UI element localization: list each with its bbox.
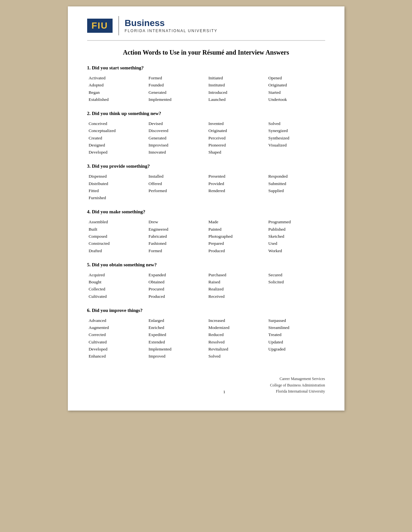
business-title: Business [125,18,218,28]
word-item: Fitted [89,187,145,194]
word-item: Corrected [89,331,145,338]
word-item: Enriched [149,324,205,331]
university-subtitle: FLORIDA INTERNATIONAL UNIVERSITY [125,29,218,33]
section-3-col-1: InstalledOfferedPerformed [149,173,205,201]
word-item: Responded [268,173,325,180]
word-item: Resolved [208,339,265,346]
section-1-grid: ActivatedAdoptedBeganEstablishedFormedFo… [89,75,325,103]
word-item: Procured [149,286,205,293]
word-item: Assembled [89,218,145,226]
section-4: 4. Did you make something?AssembledBuilt… [87,209,325,254]
word-item: Expanded [149,271,205,279]
page: FIU Business FLORIDA INTERNATIONAL UNIVE… [68,6,344,411]
section-1-col-2: InitiatedInstitutedIntroducedLaunched [208,75,265,103]
word-item: Improved [149,353,205,360]
section-4-col-2: MadePaintedPhotographedPreparedProduced [208,218,265,254]
section-5: 5. Did you obtain something new?Acquired… [87,262,325,300]
section-5-grid: AcquiredBoughtCollectedCultivatedExpande… [89,271,325,300]
word-item: Revitalized [208,346,265,353]
word-item: Fabricated [149,233,205,240]
word-item: Extended [149,339,205,346]
word-item: Programmed [268,218,325,226]
word-item: Innovated [149,149,205,156]
section-1-col-0: ActivatedAdoptedBeganEstablished [89,75,145,103]
section-1: 1. Did you start something?ActivatedAdop… [87,65,325,103]
page-number: 1 [179,389,270,395]
section-4-col-0: AssembledBuiltComposedConstructedDrafted [89,218,145,254]
word-item: Pioneered [208,142,265,149]
word-item: Visualized [268,142,325,149]
word-item: Presented [208,173,265,180]
section-6-col-0: AdvancedAugmentedCorrectedCultivatedDeve… [89,317,145,360]
word-item: Modernized [208,324,265,331]
word-item: Cultivated [89,339,145,346]
section-1-col-3: OpenedOriginatedStartedUndertook [268,75,325,103]
word-item: Streamlined [268,324,325,331]
section-2-grid: ConceivedConceptualizedCreatedDesignedDe… [89,120,325,156]
section-3-col-0: DispensedDistributedFittedFurnished [89,173,145,201]
word-item: Solved [268,120,325,127]
word-item: Supplied [268,187,325,194]
word-item: Prepared [208,240,265,247]
word-item: Made [208,218,265,226]
word-item: Collected [89,286,145,293]
word-item: Generated [149,89,205,96]
word-item: Undertook [268,96,325,103]
word-item: Produced [208,247,265,254]
word-item: Realized [208,286,265,293]
word-item: Conceptualized [89,127,145,134]
section-2-col-2: InventedOriginatedPerceivedPioneeredShap… [208,120,265,156]
header-divider [118,16,119,35]
word-item: Generated [149,135,205,142]
fiu-logo: FIU [87,19,113,33]
word-item: Furnished [89,194,145,201]
section-5-heading: 5. Did you obtain something new? [87,262,325,268]
word-item: Dispensed [89,173,145,180]
section-6-col-2: IncreasedModernizedReducedResolvedRevita… [208,317,265,360]
section-2-col-3: SolvedSynergizedSynthesizedVisualized [268,120,325,156]
section-5-col-3: SecuredSolicited [268,271,325,300]
word-item: Produced [149,293,205,300]
word-item: Performed [149,187,205,194]
word-item: Activated [89,75,145,82]
section-3-heading: 3. Did you provide something? [87,164,325,169]
word-item: Drafted [89,247,145,254]
header: FIU Business FLORIDA INTERNATIONAL UNIVE… [87,16,325,41]
word-item: Used [268,240,325,247]
word-item: Shaped [208,149,265,156]
section-2-col-1: DevisedDiscoveredGeneratedImprovisedInno… [149,120,205,156]
word-item: Engineered [149,226,205,233]
word-item: Distributed [89,180,145,187]
header-text: Business FLORIDA INTERNATIONAL UNIVERSIT… [125,18,218,33]
word-item: Established [89,96,145,103]
word-item: Solicited [268,279,325,286]
word-item: Increased [208,317,265,324]
word-item: Worked [268,247,325,254]
word-item: Surpassed [268,317,325,324]
word-item: Updated [268,339,325,346]
word-item: Advanced [89,317,145,324]
word-item: Synergized [268,127,325,134]
section-1-heading: 1. Did you start something? [87,65,325,71]
word-item: Adopted [89,82,145,89]
section-6-heading: 6. Did you improve things? [87,308,325,313]
word-item: Designed [89,142,145,149]
section-4-col-3: ProgrammedPublishedSketchedUsedWorked [268,218,325,254]
word-item: Started [268,89,325,96]
word-item: Upgraded [268,346,325,353]
main-title: Action Words to Use in your Résumé and I… [87,49,325,56]
section-4-heading: 4. Did you make something? [87,209,325,215]
word-item: Discovered [149,127,205,134]
word-item: Formed [149,247,205,254]
section-3: 3. Did you provide something?DispensedDi… [87,164,325,201]
word-item: Cultivated [89,293,145,300]
section-4-col-1: DrewEngineeredFabricatedFashionedFormed [149,218,205,254]
word-item: Instituted [208,82,265,89]
word-item: Implemented [149,346,205,353]
word-item: Began [89,89,145,96]
footer-org-line3: Florida International University [270,388,325,395]
word-item: Founded [149,82,205,89]
footer: 1 Career Management Services College of … [87,373,325,395]
section-1-col-1: FormedFoundedGeneratedImplemented [149,75,205,103]
word-item: Raised [208,279,265,286]
